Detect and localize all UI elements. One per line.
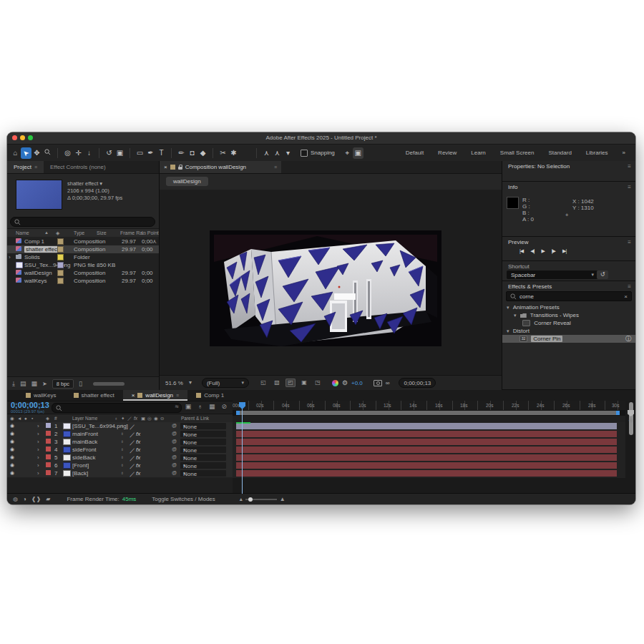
- current-time-display[interactable]: 0;00;00;13: [399, 378, 436, 388]
- parent-dropdown[interactable]: None▾: [180, 462, 226, 469]
- layer-label-swatch[interactable]: [46, 431, 51, 436]
- project-item-name[interactable]: shatter effect ▾: [67, 180, 122, 187]
- panel-menu-icon[interactable]: ≡: [628, 239, 631, 245]
- lock-icon[interactable]: [178, 167, 182, 170]
- eye-icon[interactable]: ◉: [10, 447, 14, 452]
- eye-icon[interactable]: ◉: [10, 454, 14, 460]
- project-row[interactable]: wallDesign Composition 29.97 0;00: [7, 269, 159, 277]
- layer-bar-2[interactable]: [236, 431, 617, 437]
- parent-dropdown[interactable]: None▾: [180, 447, 226, 453]
- expander-icon[interactable]: ›: [37, 423, 39, 429]
- reset-icon[interactable]: ↺: [597, 270, 608, 279]
- comp-mini-flowchart-icon[interactable]: ≈: [175, 403, 179, 410]
- effects-folder-transitions-wipes[interactable]: ▾ Transitions - Wipes: [502, 311, 635, 319]
- type-tool[interactable]: T: [156, 147, 167, 159]
- layer-bar-4[interactable]: [236, 447, 617, 453]
- close-icon[interactable]: ×: [164, 164, 167, 170]
- label-swatch[interactable]: [57, 270, 64, 276]
- pickwhip-icon[interactable]: @: [172, 431, 177, 436]
- eye-icon[interactable]: ◉: [10, 439, 14, 444]
- mask-visibility-icon[interactable]: ◳: [313, 379, 323, 387]
- work-area-end-handle[interactable]: [616, 411, 620, 415]
- column-type[interactable]: Type: [74, 230, 84, 235]
- expander-icon[interactable]: ›: [37, 439, 39, 445]
- workspace-learn[interactable]: Learn: [471, 150, 485, 156]
- shy-icon[interactable]: ♁: [120, 462, 124, 467]
- pen-tool[interactable]: ✒: [145, 147, 156, 159]
- zoom-slider-knob[interactable]: [248, 497, 253, 502]
- project-row[interactable]: › Solids Folder: [7, 253, 159, 261]
- expander-icon[interactable]: ›: [37, 447, 39, 453]
- layer-bar-3[interactable]: [236, 439, 617, 445]
- always-preview-icon[interactable]: ◱: [258, 379, 268, 387]
- comp-breadcrumb-button[interactable]: wallDesign: [166, 177, 208, 186]
- comp-canvas[interactable]: [210, 230, 441, 346]
- exposure-value[interactable]: +0.0: [351, 380, 363, 386]
- effects-search-input[interactable]: corne ×: [506, 291, 632, 301]
- motion-blur-icon[interactable]: ⊘: [221, 403, 227, 410]
- eraser-tool[interactable]: ◆: [197, 147, 208, 159]
- effects-effect-corner-pin[interactable]: 32 Corner Pin ⓘ: [502, 335, 635, 343]
- rectangle-tool[interactable]: ▭: [135, 147, 145, 159]
- parent-dropdown[interactable]: None▾: [180, 439, 226, 445]
- draft-preview-icon[interactable]: ◑: [23, 496, 26, 502]
- in-out-brackets-icon[interactable]: ❰❱: [31, 496, 41, 502]
- tab-effect-controls[interactable]: Effect Controls (none): [44, 161, 112, 173]
- render-settings-icon[interactable]: ▰: [46, 496, 50, 502]
- panel-menu-icon[interactable]: ≡: [274, 165, 277, 170]
- sort-icon[interactable]: ▲: [44, 230, 49, 235]
- parent-dropdown[interactable]: None▾: [180, 470, 226, 477]
- label-swatch[interactable]: [57, 238, 64, 245]
- fx-icon[interactable]: fx: [136, 431, 140, 437]
- clear-search-icon[interactable]: ×: [624, 293, 628, 300]
- shortcut-dropdown[interactable]: Spacebar ▾: [507, 270, 598, 279]
- transparency-grid-icon[interactable]: ▧: [272, 379, 282, 387]
- parent-dropdown[interactable]: None▾: [180, 454, 226, 461]
- camera-tool[interactable]: ▣: [114, 147, 125, 159]
- timeline-tab-comp-1[interactable]: Comp 1: [187, 390, 233, 401]
- guides-icon[interactable]: ▣: [299, 379, 309, 387]
- eye-icon[interactable]: ◉: [10, 431, 14, 436]
- shy-icon[interactable]: ♁: [120, 454, 124, 459]
- resolution-dropdown[interactable]: (Full) ▾: [202, 378, 249, 388]
- dolly-camera-tool[interactable]: ↓: [84, 147, 94, 159]
- info-icon[interactable]: ⓘ: [625, 335, 631, 343]
- zoom-tool[interactable]: [42, 147, 53, 159]
- expander-icon[interactable]: ›: [37, 431, 39, 437]
- timeline-tab-shatter-effect[interactable]: shatter effect: [65, 390, 123, 401]
- new-folder-icon[interactable]: ▤: [20, 380, 26, 387]
- orbit-camera-tool[interactable]: ◎: [62, 147, 73, 159]
- last-frame-button[interactable]: ▶|: [562, 248, 566, 254]
- effects-preset-corner-reveal[interactable]: Corner Reveal: [502, 319, 635, 327]
- layer-label-swatch[interactable]: [46, 462, 51, 467]
- panel-menu-icon[interactable]: ≡: [628, 163, 631, 170]
- region-of-interest-icon[interactable]: ◰: [286, 379, 296, 387]
- layer-bar-5[interactable]: [236, 454, 617, 461]
- layer-row-7[interactable]: ◉ › 7 [Back] ♁ ／ fx @ None▾: [7, 469, 233, 478]
- timeline-tab-walldesign[interactable]: × wallDesign ≡: [123, 390, 187, 401]
- mask-feather-icon[interactable]: ⋏: [272, 147, 283, 159]
- convert-vertex-icon[interactable]: ▾: [283, 147, 293, 159]
- puppet-pin-tool[interactable]: ✱: [228, 147, 239, 159]
- brush-tool[interactable]: ✏: [176, 147, 187, 159]
- tab-composition-walldesign[interactable]: × Composition wallDesign ≡: [160, 161, 281, 173]
- project-row[interactable]: wallKeys Composition 29.97 0;00: [7, 277, 159, 285]
- workspace-standard[interactable]: Standard: [548, 150, 571, 156]
- panel-menu-icon[interactable]: ≡: [628, 283, 631, 290]
- effects-group-distort[interactable]: ▾ Distort: [502, 327, 635, 335]
- work-area-bar[interactable]: [236, 411, 620, 415]
- zoom-in-icon[interactable]: ▲: [280, 496, 286, 502]
- panel-menu-icon[interactable]: ≡: [628, 184, 631, 190]
- frame-blending-icon[interactable]: ▦: [209, 403, 215, 410]
- gear-icon[interactable]: ⚙: [342, 379, 348, 386]
- project-settings-icon[interactable]: ➤: [42, 381, 47, 387]
- tab-project[interactable]: Project ≡: [7, 161, 44, 173]
- fx-icon[interactable]: fx: [136, 454, 140, 461]
- layer-bar-1[interactable]: [236, 423, 617, 429]
- track-lanes[interactable]: [233, 422, 625, 478]
- timeline-zoom-slider[interactable]: ▴ ▲: [240, 496, 286, 502]
- workspace-overflow[interactable]: »: [623, 150, 625, 156]
- project-row-selected[interactable]: shatter effect Composition 29.97 0;00: [7, 245, 159, 253]
- column-name[interactable]: Name: [16, 230, 29, 235]
- pickwhip-icon[interactable]: @: [172, 439, 177, 444]
